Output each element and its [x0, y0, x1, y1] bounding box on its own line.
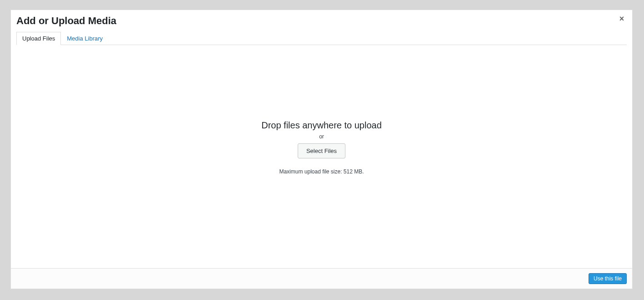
close-icon[interactable]: × — [618, 15, 626, 23]
select-files-button[interactable]: Select Files — [298, 143, 345, 158]
tab-upload-files[interactable]: Upload Files — [16, 32, 61, 45]
or-text: or — [319, 133, 324, 140]
modal-title: Add or Upload Media — [16, 14, 627, 31]
max-upload-size: Maximum upload file size: 512 MB. — [279, 168, 364, 175]
tab-media-library[interactable]: Media Library — [61, 32, 109, 45]
modal-footer: Use this file — [11, 268, 632, 289]
use-this-file-button[interactable]: Use this file — [589, 273, 627, 284]
modal-header: Add or Upload Media × Upload Files Media… — [11, 10, 632, 45]
drop-instructions: Drop files anywhere to upload — [261, 120, 382, 131]
upload-dropzone[interactable]: Drop files anywhere to upload or Select … — [11, 45, 632, 268]
tabs: Upload Files Media Library — [16, 31, 627, 45]
media-upload-modal: Add or Upload Media × Upload Files Media… — [10, 10, 633, 289]
